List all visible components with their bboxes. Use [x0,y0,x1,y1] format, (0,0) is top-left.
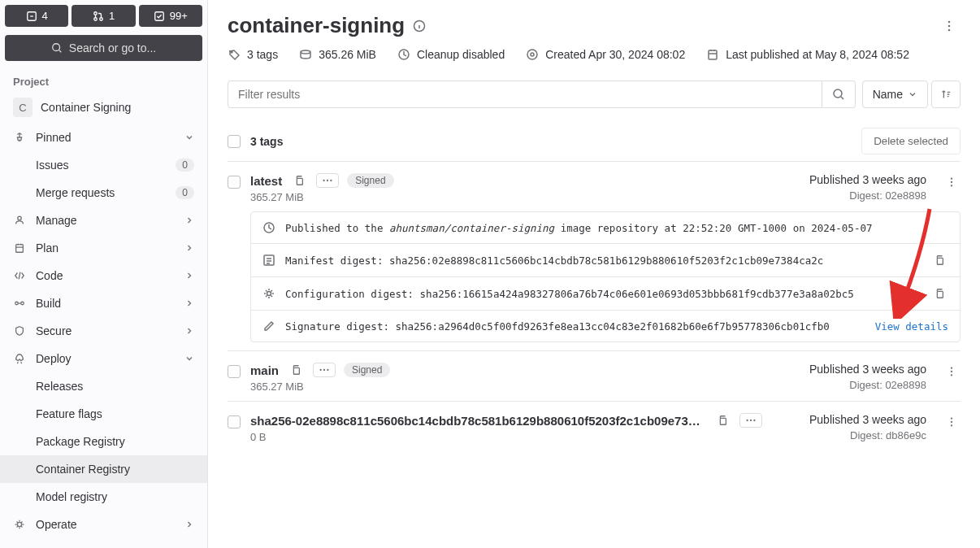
chevron-down-icon [184,133,194,142]
svg-point-36 [327,369,328,371]
svg-point-6 [18,216,21,220]
nav-manage[interactable]: Manage [0,207,207,234]
filter-input[interactable] [228,80,822,108]
nav-container-registry[interactable]: Container Registry [0,455,207,483]
svg-point-43 [753,420,755,421]
svg-point-2 [94,17,98,20]
meta-created: Created Apr 30, 2024 08:02 [526,48,685,61]
svg-point-26 [951,181,952,183]
nav-pinned[interactable]: Pinned [0,124,207,151]
nav-code[interactable]: Code [0,262,207,289]
copy-tag-button[interactable] [290,173,308,188]
svg-point-1 [94,11,98,15]
nav-model-registry[interactable]: Model registry [0,483,207,511]
nav-deploy[interactable]: Deploy [0,345,207,372]
svg-point-24 [330,180,332,181]
meta-size-text: 365.26 MiB [319,48,376,61]
tag-row: main Signed 365.27 MiB Published 3 weeks… [228,350,960,401]
svg-point-31 [267,292,271,296]
sort-direction-button[interactable] [931,80,960,108]
svg-point-27 [951,185,952,186]
tag-details-toggle[interactable] [739,413,762,428]
tag-name[interactable]: latest [250,174,282,188]
tag-checkbox[interactable] [228,415,241,428]
search-icon [832,88,845,101]
svg-point-41 [746,420,748,421]
tag-name[interactable]: main [250,363,279,377]
nav-package-registry-label: Package Registry [36,435,125,448]
nav-model-registry-label: Model registry [36,490,107,503]
project-avatar: C [13,98,33,117]
nav-build[interactable]: Build [0,289,207,317]
tag-details-panel: Published to the ahuntsman/container-sig… [250,211,960,342]
nav-feature-flags[interactable]: Feature flags [0,400,207,428]
svg-point-35 [323,369,325,371]
issues-counter-button[interactable]: 4 [5,5,68,27]
select-all-checkbox[interactable] [228,135,241,148]
copy-tag-button[interactable] [713,413,731,428]
svg-point-44 [951,417,952,419]
tag-name[interactable]: sha256-02e8898c811c5606bc14cbdb78c581b61… [250,414,705,428]
nav-secure[interactable]: Secure [0,317,207,345]
svg-point-22 [323,180,325,181]
nav-pinned-mr-label: Merge requests [36,186,115,199]
chevron-down-icon [908,89,917,99]
svg-point-17 [527,50,537,59]
tag-size: 0 B [250,431,800,443]
svg-point-18 [531,53,534,56]
tag-checkbox[interactable] [228,365,241,378]
nav-container-registry-label: Container Registry [36,463,130,476]
nav-plan-label: Plan [36,241,59,254]
tag-actions-menu[interactable] [943,173,960,191]
view-details-link[interactable]: View details [875,320,948,333]
tag-published: Published 3 weeks ago [809,173,926,186]
delete-selected-button[interactable]: Delete selected [861,128,960,154]
merge-request-icon [93,11,104,22]
tag-actions-menu[interactable] [943,363,960,381]
copy-manifest-button[interactable] [930,253,948,267]
nav-operate[interactable]: Operate [0,511,207,538]
filter-search-button[interactable] [822,80,856,108]
sort-dropdown[interactable]: Name [862,80,928,108]
nav-pinned-issues[interactable]: Issues 0 [0,151,207,179]
mr-counter-button[interactable]: 1 [72,5,135,27]
todos-counter-button[interactable]: 99+ [139,5,202,27]
svg-point-20 [834,89,842,98]
info-icon[interactable] [413,20,426,33]
svg-point-3 [100,17,103,20]
sort-label: Name [873,88,903,101]
tag-details-toggle[interactable] [313,363,336,377]
nav-pinned-mr[interactable]: Merge requests 0 [0,179,207,207]
nav-code-label: Code [36,269,63,282]
page-actions-menu[interactable] [938,15,960,37]
copy-tag-button[interactable] [287,363,305,377]
svg-point-42 [750,420,752,421]
copy-config-button[interactable] [930,286,948,301]
tag-details-toggle[interactable] [316,173,339,188]
global-search[interactable]: Search or go to... [5,35,202,61]
svg-point-45 [951,421,952,423]
nav-releases[interactable]: Releases [0,372,207,400]
gear-icon [262,287,275,300]
nav-package-registry[interactable]: Package Registry [0,428,207,455]
nav-operate-label: Operate [36,518,77,531]
tag-size: 365.27 MiB [250,191,800,203]
nav-pinned-label: Pinned [36,131,72,144]
svg-point-14 [948,28,951,31]
mr-badge: 0 [176,186,194,199]
meta-published: Last published at May 8, 2024 08:52 [706,48,909,61]
svg-point-39 [951,374,952,376]
config-digest: Configuration digest: sha256:16615a424a9… [285,288,921,300]
operate-icon [13,518,26,531]
tag-size: 365.27 MiB [250,381,800,393]
nav-manage-label: Manage [36,214,77,227]
tags-count: 3 tags [250,135,283,148]
project-row[interactable]: C Container Signing [0,91,207,124]
manifest-icon [262,254,275,267]
nav-releases-label: Releases [36,380,83,393]
svg-rect-7 [16,245,24,253]
tag-checkbox[interactable] [228,176,241,189]
nav-plan[interactable]: Plan [0,234,207,262]
signed-badge: Signed [347,173,393,188]
tag-actions-menu[interactable] [943,413,960,431]
